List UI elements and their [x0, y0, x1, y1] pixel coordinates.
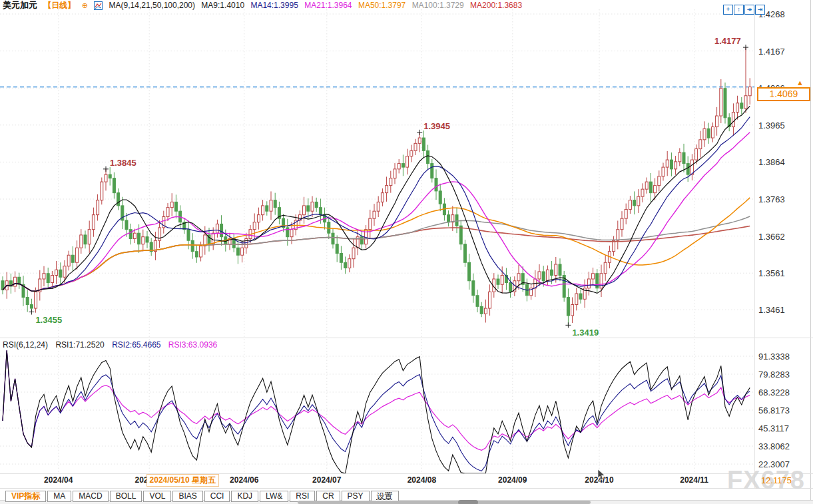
price-up-arrow: ▲: [796, 79, 804, 87]
candle: [637, 189, 640, 213]
candle: [348, 254, 351, 272]
mouse-cursor: [598, 469, 606, 483]
tab-BIAS[interactable]: BIAS: [172, 491, 202, 502]
scale-right-icon[interactable]: ↠: [744, 5, 754, 15]
candle: [266, 201, 268, 215]
pan-icon[interactable]: +: [723, 5, 733, 15]
tab-VIP指标[interactable]: VIP指标: [5, 491, 46, 502]
candle: [105, 169, 107, 190]
candle: [621, 211, 623, 237]
candle: [216, 220, 218, 238]
candle: [377, 196, 380, 217]
candle: [505, 268, 507, 290]
indicator-chart-icon[interactable]: [94, 1, 103, 12]
candle: [55, 261, 58, 284]
candle: [703, 121, 706, 147]
current-price-tag: 1.4069: [757, 87, 810, 101]
main-axis-label: 1.3561: [758, 268, 808, 278]
candle: [311, 196, 314, 217]
candle: [257, 208, 260, 230]
ma14-value: MA14:1.3995: [250, 1, 298, 10]
candle: [84, 230, 87, 248]
ma100-line: [3, 216, 750, 291]
main-axis-label: 1.3662: [758, 232, 808, 242]
candle: [9, 274, 12, 294]
rsi-label: RSI(6,12,24): [3, 340, 48, 350]
go-latest-icon[interactable]: ⇥: [755, 5, 765, 15]
candle: [613, 236, 615, 256]
price-annotation: 1.3845: [110, 158, 136, 168]
month-label: 2024/09: [489, 475, 536, 485]
rsi-axis-label: 91.3338: [758, 352, 808, 362]
candle: [744, 47, 747, 113]
compare-add-icon[interactable]: ⊕: [82, 1, 88, 9]
tab-BOLL[interactable]: BOLL: [110, 491, 142, 502]
month-label: 2024/08: [398, 475, 445, 485]
candle: [88, 220, 91, 252]
candle: [158, 220, 161, 248]
rsi2-value: RSI2:65.4665: [112, 340, 160, 350]
candle: [658, 170, 661, 191]
candle: [170, 193, 173, 216]
ma-group-label: MA(9,14,21,50,100,200): [109, 1, 195, 10]
candle: [22, 276, 25, 306]
month-label: 2024/11: [671, 475, 718, 485]
candle: [80, 229, 83, 254]
ma21-line: [3, 132, 750, 292]
candle: [191, 233, 194, 259]
candle: [563, 271, 565, 302]
ma200-value: MA200:1.3683: [470, 1, 522, 10]
tab-CCI[interactable]: CCI: [204, 491, 230, 502]
candle: [546, 266, 549, 286]
ma9-value: MA9:1.4010: [201, 1, 244, 10]
candle: [480, 302, 483, 318]
candle: [67, 251, 70, 271]
tab-MACD[interactable]: MACD: [73, 491, 108, 502]
candle: [183, 218, 186, 234]
candle: [1, 276, 4, 294]
rsi-axis-label: 68.3228: [758, 387, 808, 397]
candle: [645, 178, 648, 194]
timeframe-label[interactable]: 【日线】: [43, 1, 75, 10]
tab-MA[interactable]: MA: [47, 491, 71, 502]
tab-VOL[interactable]: VOL: [143, 491, 171, 502]
candle: [468, 254, 471, 290]
tab-LW&[interactable]: LW&: [260, 491, 288, 502]
scrollbar-grip[interactable]: [458, 500, 478, 504]
candle: [463, 240, 466, 267]
main-axis-label: 1.4167: [758, 47, 808, 57]
candle: [666, 151, 669, 176]
candlestick-series: [1, 47, 751, 325]
candle: [670, 152, 673, 176]
panel-separator: [0, 338, 813, 338]
tab-KDJ[interactable]: KDJ: [231, 491, 258, 502]
candle: [583, 280, 586, 308]
candle: [162, 211, 165, 234]
chart-application: 美元加元 【日线】 ⊕ MA(9,14,21,50,100,200) MA9:1…: [0, 0, 813, 504]
candle: [617, 220, 619, 249]
candle: [530, 284, 533, 300]
candle: [253, 213, 256, 238]
price-annotation: 1.3455: [35, 315, 62, 325]
candle: [422, 130, 425, 158]
candle: [142, 230, 144, 252]
fit-vertical-icon[interactable]: ↕: [734, 5, 744, 15]
candle: [711, 123, 714, 142]
candle: [97, 194, 99, 221]
candle: [59, 262, 62, 284]
candle: [166, 203, 169, 221]
gridlines: [0, 9, 754, 473]
candle: [352, 239, 355, 268]
candle: [241, 240, 244, 262]
candle: [18, 273, 21, 289]
candle: [592, 268, 595, 285]
candle: [386, 176, 388, 201]
candle: [344, 256, 347, 274]
candle: [200, 242, 202, 262]
scrollbar-thumb[interactable]: [298, 501, 591, 504]
candle: [736, 96, 739, 120]
extreme-marker: [565, 322, 571, 328]
month-label: 2024/04: [35, 475, 82, 485]
rsi3-value: RSI3:63.0936: [168, 340, 217, 350]
rsi-bottom-value: 12.1175: [761, 475, 792, 485]
